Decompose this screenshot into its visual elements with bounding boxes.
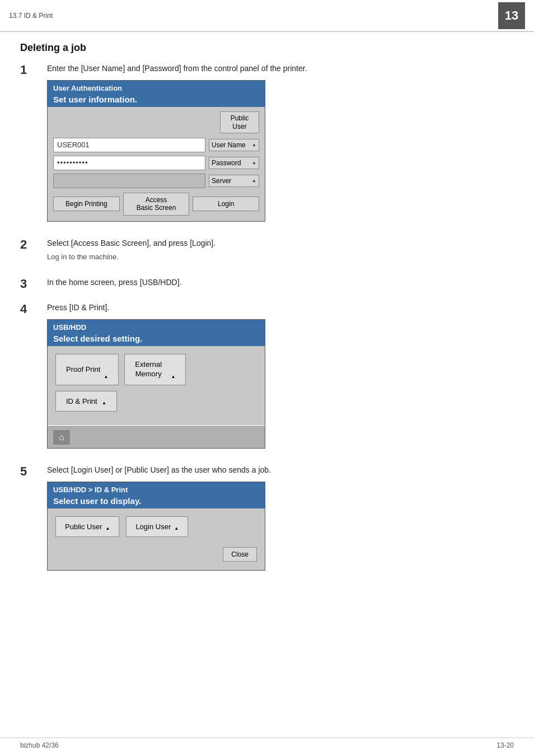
id-print-triangle-icon: ▲ — [102, 400, 106, 405]
select-user-footer: Close — [55, 544, 257, 562]
server-label: Server — [212, 177, 231, 185]
auth-bottom-row: Begin Printing Access Basic Screen Login — [53, 193, 259, 216]
page-header: 13.7 ID & Print 13 — [0, 0, 534, 32]
step-text-3: In the home screen, press [USB/HDD]. — [47, 277, 514, 288]
footer-left: bizhub 42/36 — [20, 741, 59, 749]
step-number-3: 3 — [20, 277, 47, 291]
step-text-4: Press [ID & Print]. — [47, 302, 514, 314]
proof-print-label: Proof Print — [66, 365, 100, 374]
step-3: 3 In the home screen, press [USB/HDD]. — [20, 277, 514, 292]
usb-panel-body: Proof Print ▲ External Memory ▲ ID & Pri… — [48, 346, 265, 425]
footer-right: 13-20 — [496, 741, 514, 749]
auth-panel-header: User Authentication Set user information… — [48, 81, 265, 107]
login-label: Login — [218, 200, 234, 208]
password-input[interactable] — [53, 156, 205, 170]
public-user-triangle-icon: ▲ — [105, 526, 110, 531]
step-2: 2 Select [Access Basic Screen], and pres… — [20, 237, 514, 267]
step-content-3: In the home screen, press [USB/HDD]. — [47, 277, 514, 292]
id-print-button[interactable]: ID & Print ▲ — [55, 391, 117, 412]
user-btn-row: Public User ▲ Login User ▲ — [55, 516, 257, 537]
username-row: User Name ▲ — [53, 138, 259, 152]
select-user-header-line2: Select user to display. — [53, 495, 259, 507]
step-number-1: 1 — [20, 63, 47, 77]
public-user-select-button[interactable]: Public User ▲ — [55, 516, 119, 537]
external-memory-triangle-icon: ▲ — [171, 374, 175, 379]
usb-btn-grid: Proof Print ▲ External Memory ▲ — [55, 354, 257, 385]
server-triangle-icon: ▲ — [252, 178, 256, 183]
username-triangle-icon: ▲ — [252, 142, 256, 147]
step-text-1: Enter the [User Name] and [Password] fro… — [47, 63, 514, 74]
public-user-button[interactable]: Public User — [220, 111, 259, 133]
login-user-select-label: Login User — [135, 522, 171, 531]
begin-printing-button[interactable]: Begin Printing — [53, 197, 120, 211]
select-user-body: Public User ▲ Login User ▲ Close — [48, 508, 265, 570]
usb-btn-grid-2: ID & Print ▲ — [55, 391, 257, 412]
step-1: 1 Enter the [User Name] and [Password] f… — [20, 63, 514, 227]
auth-panel: User Authentication Set user information… — [47, 80, 265, 222]
step-content-5: Select [Login User] or [Public User] as … — [47, 464, 514, 576]
server-input-placeholder — [53, 174, 205, 188]
breadcrumb: 13.7 ID & Print — [9, 12, 53, 20]
page-footer: bizhub 42/36 13-20 — [0, 738, 534, 749]
section-title: Deleting a job — [20, 42, 514, 54]
id-print-label: ID & Print — [66, 397, 97, 405]
public-user-label: Public User — [231, 114, 249, 130]
step-text-2: Select [Access Basic Screen], and press … — [47, 237, 514, 249]
login-button[interactable]: Login — [193, 197, 259, 211]
username-label-btn[interactable]: User Name ▲ — [209, 139, 259, 151]
server-row: Server ▲ — [53, 174, 259, 188]
step-content-4: Press [ID & Print]. USB/HDD Select desir… — [47, 302, 514, 454]
home-icon[interactable]: ⌂ — [53, 430, 70, 445]
auth-header-line2: Set user information. — [53, 94, 259, 105]
username-input[interactable] — [53, 138, 205, 152]
access-basic-screen-button[interactable]: Access Basic Screen — [123, 193, 190, 216]
auth-panel-body: Public User User Name ▲ — [48, 107, 265, 221]
select-user-panel: USB/HDD > ID & Print Select user to disp… — [47, 482, 265, 571]
usb-panel-footer: ⌂ — [48, 426, 265, 448]
external-memory-button[interactable]: External Memory ▲ — [124, 354, 186, 385]
step-content-2: Select [Access Basic Screen], and press … — [47, 237, 514, 267]
password-row: Password ▲ — [53, 156, 259, 170]
step-content-1: Enter the [User Name] and [Password] fro… — [47, 63, 514, 227]
password-label-btn[interactable]: Password ▲ — [209, 157, 259, 169]
external-memory-label: External Memory — [135, 360, 162, 379]
step-sub-2: Log in to the machine. — [47, 253, 514, 261]
usb-panel-header: USB/HDD Select desired setting. — [48, 320, 265, 346]
step-number-5: 5 — [20, 464, 47, 479]
username-label: User Name — [212, 141, 246, 149]
proof-print-triangle-icon: ▲ — [104, 374, 108, 379]
server-label-btn[interactable]: Server ▲ — [209, 175, 259, 187]
proof-print-button[interactable]: Proof Print ▲ — [55, 354, 119, 385]
step-text-5: Select [Login User] or [Public User] as … — [47, 464, 514, 476]
usb-header-line2: Select desired setting. — [53, 333, 259, 344]
usb-header-line1: USB/HDD — [53, 323, 259, 333]
password-label: Password — [212, 159, 241, 167]
select-user-header: USB/HDD > ID & Print Select user to disp… — [48, 482, 265, 508]
select-user-header-line1: USB/HDD > ID & Print — [53, 485, 259, 495]
chapter-number: 13 — [498, 2, 525, 29]
step-number-4: 4 — [20, 302, 47, 316]
auth-header-line1: User Authentication — [53, 83, 259, 94]
step-5: 5 Select [Login User] or [Public User] a… — [20, 464, 514, 576]
close-label: Close — [231, 550, 249, 558]
password-triangle-icon: ▲ — [252, 160, 256, 165]
close-button[interactable]: Close — [223, 547, 257, 562]
main-content: Deleting a job 1 Enter the [User Name] a… — [0, 32, 534, 606]
login-user-select-button[interactable]: Login User ▲ — [126, 516, 188, 537]
step-number-2: 2 — [20, 237, 47, 252]
usb-panel: USB/HDD Select desired setting. Proof Pr… — [47, 319, 265, 449]
begin-printing-label: Begin Printing — [65, 200, 107, 208]
step-4: 4 Press [ID & Print]. USB/HDD Select des… — [20, 302, 514, 454]
login-user-triangle-icon: ▲ — [174, 526, 179, 531]
access-basic-label: Access Basic Screen — [137, 196, 176, 212]
public-user-select-label: Public User — [65, 522, 102, 531]
